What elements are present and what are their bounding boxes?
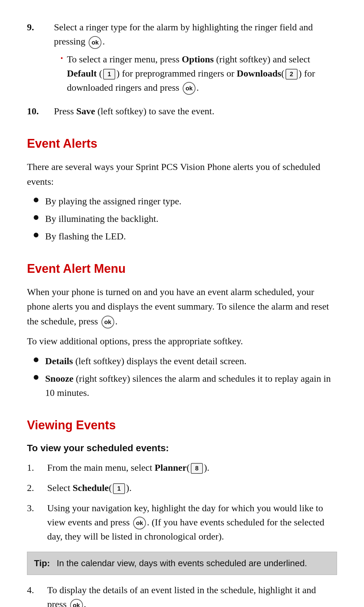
bullet-text-details: Details (left softkey) displays the even… xyxy=(45,354,246,368)
step-9-subbullet-1: ▪ To select a ringer menu, press Options… xyxy=(61,52,337,95)
snooze-bold: Snooze xyxy=(45,373,73,384)
view-step-2: 2. Select Schedule(1). xyxy=(27,481,337,495)
viewing-events-steps: 1. From the main menu, select Planner(8)… xyxy=(27,461,337,544)
bullet-dot-snooze xyxy=(34,375,38,380)
default-label: Default xyxy=(67,68,97,79)
bullet-details: Details (left softkey) displays the even… xyxy=(34,354,337,368)
bullet-dot-3 xyxy=(34,233,38,237)
schedule-bold: Schedule xyxy=(72,483,109,493)
bullet-dot-1 xyxy=(34,198,38,202)
view-step-4-text: To display the details of an event liste… xyxy=(47,583,337,607)
details-bold: Details xyxy=(45,356,73,366)
step-10-text: Press Save (left softkey) to save the ev… xyxy=(54,106,214,116)
view-step-4: 4. To display the details of an event li… xyxy=(27,583,337,607)
snooze-rest: (right softkey) silences the alarm and s… xyxy=(45,373,331,398)
viewing-events-heading: Viewing Events xyxy=(27,416,337,434)
details-rest: (left softkey) displays the event detail… xyxy=(73,356,246,366)
step-10: 10. Press Save (left softkey) to save th… xyxy=(27,104,337,118)
key-1: 1 xyxy=(103,69,115,80)
step-9: 9. Select a ringer type for the alarm by… xyxy=(27,20,337,97)
bullet-snooze: Snooze (right softkey) silences the alar… xyxy=(34,372,337,400)
event-alert-menu-bullets: Details (left softkey) displays the even… xyxy=(34,354,337,400)
tip-text: In the calendar view, days with events s… xyxy=(57,557,307,570)
view-step-4-num: 4. xyxy=(27,583,47,607)
bullet-item-2: By illuminating the backlight. xyxy=(34,212,337,226)
tip-box: Tip: In the calendar view, days with eve… xyxy=(27,552,337,575)
section-event-alert-menu: Event Alert Menu When your phone is turn… xyxy=(27,260,337,400)
view-step-1-num: 1. xyxy=(27,461,47,475)
sub-bullet-text: To select a ringer menu, press Options (… xyxy=(67,52,337,95)
view-step-3-text: Using your navigation key, highlight the… xyxy=(47,501,337,544)
view-step-2-text: Select Schedule(1). xyxy=(47,481,131,495)
ok-button-9: ok xyxy=(89,36,101,49)
section-event-alerts: Event Alerts There are several ways your… xyxy=(27,135,337,243)
options-label: Options xyxy=(182,54,214,64)
event-alert-menu-para-1: When your phone is turned on and you hav… xyxy=(27,285,337,328)
planner-bold: Planner xyxy=(155,462,187,473)
view-step-1-text: From the main menu, select Planner(8). xyxy=(47,461,209,475)
bullet-item-3: By flashing the LED. xyxy=(34,229,337,243)
event-alerts-bullets: By playing the assigned ringer type. By … xyxy=(34,194,337,243)
bullet-text-snooze: Snooze (right softkey) silences the alar… xyxy=(45,372,337,400)
step-9-period: . xyxy=(102,36,105,47)
key-1-schedule: 1 xyxy=(113,483,125,494)
bullet-text-1: By playing the assigned ringer type. xyxy=(45,194,181,208)
bullet-dot-details xyxy=(34,357,38,362)
view-step-1: 1. From the main menu, select Planner(8)… xyxy=(27,461,337,475)
step-9-subbullets: ▪ To select a ringer menu, press Options… xyxy=(54,52,337,95)
view-step-2-num: 2. xyxy=(27,481,47,495)
tip-label: Tip: xyxy=(34,557,50,570)
save-label: Save xyxy=(76,106,95,116)
bullet-item-1: By playing the assigned ringer type. xyxy=(34,194,337,208)
downloads-label: Downloads xyxy=(237,68,281,79)
event-alerts-heading: Event Alerts xyxy=(27,135,337,153)
event-alerts-para: There are several ways your Sprint PCS V… xyxy=(27,160,337,189)
view-step-3: 3. Using your navigation key, highlight … xyxy=(27,501,337,544)
event-alert-menu-para-2: To view additional options, press the ap… xyxy=(27,334,337,348)
ok-button-menu: ok xyxy=(101,316,114,328)
bullet-dot-2 xyxy=(34,215,38,220)
step-10-body: Press Save (left softkey) to save the ev… xyxy=(54,104,337,118)
viewing-events-subheading: To view your scheduled events: xyxy=(27,441,337,455)
section-viewing-events: Viewing Events To view your scheduled ev… xyxy=(27,416,337,607)
ok-button-step3: ok xyxy=(133,517,146,529)
bullet-text-2: By illuminating the backlight. xyxy=(45,212,158,226)
ok-button-sub: ok xyxy=(183,82,195,95)
sub-bullet-marker: ▪ xyxy=(61,54,63,95)
event-alert-menu-heading: Event Alert Menu xyxy=(27,260,337,278)
key-2: 2 xyxy=(285,69,298,80)
bullet-text-3: By flashing the LED. xyxy=(45,229,126,243)
ok-button-step4: ok xyxy=(70,599,83,607)
page-content: 9. Select a ringer type for the alarm by… xyxy=(0,0,364,607)
step-10-number: 10. xyxy=(27,104,54,118)
step-9-body: Select a ringer type for the alarm by hi… xyxy=(54,20,337,97)
view-step-3-num: 3. xyxy=(27,501,47,544)
key-8: 8 xyxy=(191,463,203,474)
step-9-number: 9. xyxy=(27,20,54,97)
